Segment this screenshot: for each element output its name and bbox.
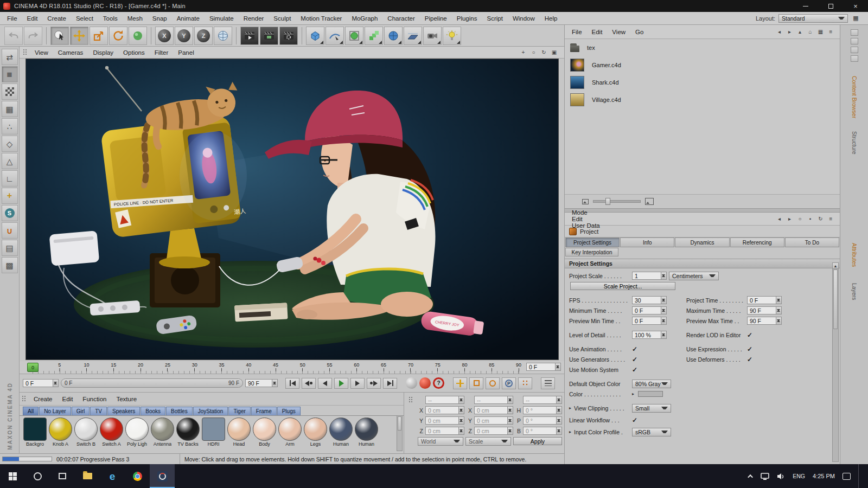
material-tv-backs-6[interactable]: TV Backs bbox=[176, 418, 200, 447]
input-profile-expander-icon[interactable]: ▸ bbox=[569, 429, 574, 434]
browser-home-icon[interactable]: ⌂ bbox=[806, 28, 815, 36]
panel-grip-icon[interactable] bbox=[409, 396, 413, 403]
coordinate-space-select[interactable]: World bbox=[418, 437, 463, 446]
menu-plugins[interactable]: Plugins bbox=[452, 12, 482, 24]
menu-tools[interactable]: Tools bbox=[98, 12, 123, 24]
cb-menu-edit[interactable]: Edit bbox=[587, 25, 608, 38]
coordinate-mode-select[interactable]: Scale bbox=[465, 437, 511, 446]
edge-button[interactable]: e bbox=[100, 464, 125, 488]
use-deformers-checkbox[interactable] bbox=[747, 355, 756, 363]
spinner-icon[interactable] bbox=[53, 380, 58, 387]
tab-project-settings[interactable]: Project Settings bbox=[565, 237, 620, 247]
toggle-view-icon[interactable]: ▣ bbox=[550, 48, 559, 56]
panel-grip-icon[interactable] bbox=[22, 395, 27, 402]
play-button[interactable] bbox=[334, 378, 348, 389]
render-settings-button[interactable] bbox=[279, 27, 298, 45]
panel-mini-icon[interactable] bbox=[851, 47, 858, 53]
record-position-toggle[interactable] bbox=[453, 377, 467, 389]
tab-info[interactable]: Info bbox=[620, 237, 674, 247]
layer-tab-books[interactable]: Books bbox=[141, 407, 165, 415]
linear-workflow-checkbox[interactable] bbox=[632, 416, 641, 424]
spinner-icon[interactable] bbox=[458, 427, 464, 434]
coord-field-size-y[interactable]: 0 cm bbox=[474, 416, 513, 425]
make-editable-button[interactable]: ⇄ bbox=[2, 49, 18, 65]
project-scale-field[interactable]: 1 bbox=[632, 272, 667, 280]
input-color-profile-select[interactable]: sRGB bbox=[632, 428, 671, 436]
menu-snap[interactable]: Snap bbox=[148, 12, 172, 24]
menu-edit[interactable]: Edit bbox=[22, 12, 43, 24]
viewport-menu-options[interactable]: Options bbox=[118, 47, 150, 58]
spinner-icon[interactable] bbox=[661, 307, 666, 314]
project-scale-unit-select[interactable]: Centimeters bbox=[669, 272, 719, 280]
fps-field[interactable]: 30 bbox=[632, 296, 667, 304]
material-body-9[interactable]: Body bbox=[252, 418, 277, 447]
tab-content-browser[interactable]: Content Browser bbox=[851, 76, 858, 118]
layer-tab-all[interactable]: All bbox=[23, 407, 39, 415]
tweak-mode-button[interactable]: ∟ bbox=[2, 170, 18, 187]
edges-mode-button[interactable]: ◇ bbox=[2, 136, 18, 152]
previous-frame-button[interactable] bbox=[318, 378, 332, 389]
layer-tab-tv[interactable]: TV bbox=[90, 407, 107, 415]
spinner-icon[interactable] bbox=[661, 317, 666, 324]
menu-motion-tracker[interactable]: Motion Tracker bbox=[296, 12, 347, 24]
maximize-button[interactable] bbox=[818, 0, 843, 12]
attributes-scrollbar[interactable]: ▲ bbox=[832, 262, 839, 462]
next-frame-button[interactable] bbox=[350, 378, 365, 389]
lock-icon[interactable]: ▪ bbox=[806, 215, 815, 223]
layer-tab-plugs[interactable]: Plugs bbox=[277, 407, 301, 415]
spinner-icon[interactable] bbox=[458, 396, 464, 403]
preview-range-slider[interactable]: 0 F 90 F bbox=[61, 378, 243, 388]
spinner-icon[interactable] bbox=[776, 307, 781, 314]
layer-tab-frame[interactable]: Frame bbox=[251, 407, 277, 415]
material-human-13[interactable]: Human bbox=[354, 418, 379, 447]
layer-tab-no-layer[interactable]: No Layer bbox=[39, 407, 71, 415]
chrome-button[interactable] bbox=[125, 464, 150, 488]
next-key-button[interactable] bbox=[367, 378, 381, 389]
spinner-icon[interactable] bbox=[272, 380, 277, 387]
material-menu-edit[interactable]: Edit bbox=[58, 393, 78, 405]
cortana-button[interactable] bbox=[25, 464, 50, 488]
material-switch-b-2[interactable]: Switch B bbox=[74, 418, 98, 447]
lock-x-axis-button[interactable]: X bbox=[155, 27, 174, 45]
close-button[interactable]: × bbox=[843, 0, 868, 12]
level-of-detail-field[interactable]: 100 % bbox=[632, 331, 667, 339]
menu-window[interactable]: Window bbox=[508, 12, 540, 24]
material-knob-a-1[interactable]: Knob A bbox=[48, 418, 73, 447]
spinner-icon[interactable] bbox=[661, 331, 666, 338]
texture-mode-button[interactable] bbox=[2, 84, 18, 100]
panel-splitter[interactable] bbox=[565, 208, 840, 213]
viewport-menu-display[interactable]: Display bbox=[88, 47, 118, 58]
use-expression-checkbox[interactable] bbox=[747, 345, 756, 353]
network-icon[interactable] bbox=[761, 473, 769, 480]
menu-character[interactable]: Character bbox=[382, 12, 420, 24]
viewport-menu-filter[interactable]: Filter bbox=[150, 47, 174, 58]
tray-expand-icon[interactable] bbox=[748, 474, 753, 479]
scroll-up-icon[interactable]: ▲ bbox=[833, 263, 838, 269]
light-button[interactable] bbox=[443, 27, 461, 45]
content-browser-empty-area[interactable] bbox=[565, 108, 840, 194]
autokeying-button[interactable] bbox=[419, 377, 431, 389]
spinner-icon[interactable] bbox=[507, 396, 513, 403]
history-back-icon[interactable]: ◂ bbox=[775, 215, 784, 223]
coord-field-rotation-h[interactable]: 0 ° bbox=[523, 406, 562, 414]
material-head-8[interactable]: Head bbox=[227, 418, 251, 447]
menu-help[interactable]: Help bbox=[540, 12, 563, 24]
volume-icon[interactable] bbox=[777, 473, 785, 480]
use-animation-checkbox[interactable] bbox=[632, 345, 641, 353]
content-item-tex[interactable]: tex bbox=[565, 39, 840, 56]
render-lod-checkbox[interactable] bbox=[747, 331, 756, 339]
browser-back-icon[interactable]: ◂ bbox=[775, 28, 784, 36]
record-point-level-toggle[interactable] bbox=[518, 377, 532, 389]
last-used-tool[interactable] bbox=[129, 27, 147, 45]
environment-floor-button[interactable] bbox=[404, 27, 422, 45]
zoom-view-icon[interactable]: ○ bbox=[529, 48, 538, 56]
tab-referencing[interactable]: Referencing bbox=[730, 237, 784, 247]
coordinate-system-button[interactable] bbox=[214, 27, 232, 45]
use-motion-system-checkbox[interactable] bbox=[632, 365, 641, 374]
spinner-icon[interactable] bbox=[661, 297, 666, 304]
spinner-icon[interactable] bbox=[458, 407, 464, 414]
content-item-village-c4d[interactable]: Village.c4d bbox=[565, 91, 840, 108]
deformer-button[interactable] bbox=[384, 27, 403, 45]
spinner-icon[interactable] bbox=[507, 427, 513, 434]
pan-view-icon[interactable]: + bbox=[519, 48, 528, 56]
